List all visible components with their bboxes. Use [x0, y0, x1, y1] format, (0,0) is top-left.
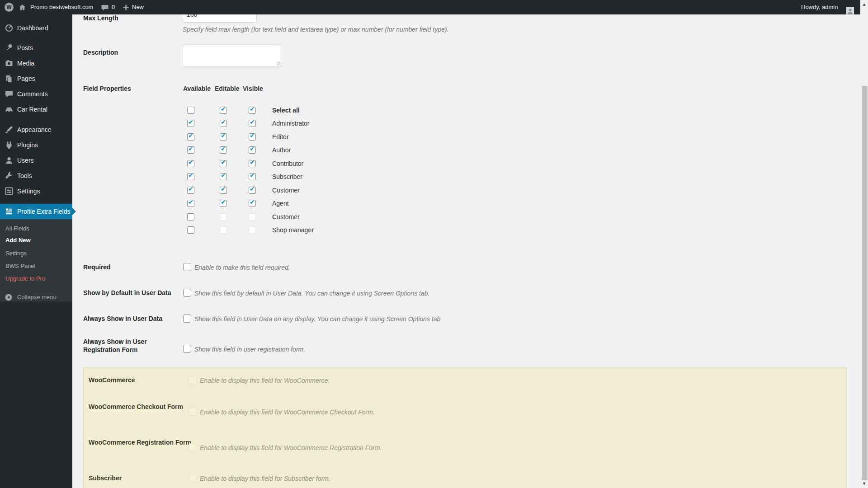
visible-checkbox[interactable]: [249, 173, 256, 180]
new-button[interactable]: New: [132, 0, 144, 14]
sidebar-item-comments[interactable]: Comments: [0, 86, 72, 102]
sidebar-item-pef-settings[interactable]: Settings: [5, 249, 69, 258]
column-header-visible: Visible: [243, 84, 263, 93]
sidebar-item-settings[interactable]: Settings: [0, 183, 72, 199]
plus-icon[interactable]: [123, 0, 129, 14]
row-label: Customer: [272, 186, 300, 195]
row-label: Select all: [272, 106, 300, 115]
visible-checkbox[interactable]: [249, 107, 256, 114]
vertical-scrollbar[interactable]: ▲ ▼: [860, 0, 868, 488]
woocommerce-checkout-checkbox: [189, 408, 197, 416]
visible-checkbox[interactable]: [249, 200, 256, 207]
visible-checkbox: [249, 226, 256, 234]
editable-checkbox[interactable]: [220, 187, 227, 194]
max-length-label: Max Length: [83, 14, 118, 23]
row-label: Subscriber: [272, 172, 302, 181]
editable-checkbox: [220, 226, 227, 234]
woocommerce-registration-checkbox: [189, 443, 197, 451]
sidebar-item-tools[interactable]: Tools: [0, 168, 72, 183]
visible-checkbox[interactable]: [249, 160, 256, 167]
visible-checkbox: [249, 213, 256, 221]
avatar[interactable]: [846, 4, 854, 11]
car-icon: [5, 105, 14, 114]
row-label: Agent: [272, 199, 289, 208]
available-checkbox[interactable]: [187, 213, 194, 221]
settings-icon: [5, 187, 14, 196]
available-checkbox[interactable]: [187, 173, 194, 180]
sidebar-item-upgrade-to-pro[interactable]: Upgrade to Pro: [5, 275, 69, 283]
required-checkbox[interactable]: [183, 263, 191, 271]
woocommerce-checkbox: [189, 376, 197, 384]
editable-checkbox[interactable]: [220, 133, 227, 141]
always-show-registration-checkbox[interactable]: [183, 345, 191, 353]
visible-checkbox[interactable]: [249, 133, 256, 141]
sidebar-item-media[interactable]: Media: [0, 56, 72, 71]
comments-icon: [5, 89, 14, 99]
always-show-user-data-checkbox[interactable]: [183, 314, 191, 323]
row-label: Customer: [272, 212, 300, 221]
visible-checkbox[interactable]: [249, 187, 256, 194]
sidebar-item-dashboard[interactable]: Dashboard: [0, 20, 72, 36]
sidebar-item-appearance[interactable]: Appearance: [0, 122, 72, 137]
available-checkbox[interactable]: [187, 200, 194, 207]
id-card-icon: [5, 207, 14, 216]
scroll-up-icon[interactable]: ▲: [860, 1, 868, 8]
editable-checkbox[interactable]: [220, 160, 227, 167]
show-by-default-checkbox[interactable]: [183, 289, 191, 297]
sidebar-item-add-new[interactable]: Add New: [5, 236, 69, 244]
editable-checkbox[interactable]: [220, 200, 227, 207]
column-header-available: Available: [183, 84, 211, 93]
sidebar-item-posts[interactable]: Posts: [0, 40, 72, 56]
howdy-admin-link[interactable]: Howdy, admin: [801, 0, 838, 14]
home-icon[interactable]: [19, 0, 26, 14]
always-show-user-data-description: Show this field in User Data on any disp…: [194, 315, 442, 323]
media-icon: [5, 59, 14, 68]
collapse-menu-button[interactable]: Collapse menu: [0, 290, 72, 305]
woocommerce-label: WooCommerce: [89, 376, 193, 385]
pro-features-box: [83, 367, 847, 488]
woocommerce-registration-description: Enable to display this field for WooComm…: [200, 444, 382, 452]
scrollbar-thumb[interactable]: [862, 86, 868, 480]
users-icon: [5, 156, 14, 165]
available-checkbox[interactable]: [187, 120, 194, 127]
visible-checkbox[interactable]: [249, 120, 256, 127]
sidebar-item-bws-panel[interactable]: BWS Panel: [5, 262, 69, 270]
field-properties-label: Field Properties: [83, 84, 131, 93]
textarea-resize-handle[interactable]: [277, 62, 281, 66]
wordpress-logo-icon[interactable]: W: [5, 3, 14, 12]
woocommerce-checkout-label: WooCommerce Checkout Form: [89, 403, 193, 411]
editable-checkbox[interactable]: [220, 107, 227, 114]
subscriber-checkbox: [189, 474, 197, 482]
available-checkbox[interactable]: [187, 107, 194, 114]
sidebar-item-profile-extra-fields[interactable]: Profile Extra Fields: [0, 204, 72, 219]
sidebar-item-plugins[interactable]: Plugins: [0, 137, 72, 153]
row-label: Shop manager: [272, 225, 314, 235]
sidebar-item-pages[interactable]: Pages: [0, 71, 72, 86]
visible-checkbox[interactable]: [249, 146, 256, 154]
scroll-down-icon[interactable]: ▼: [860, 481, 868, 487]
editable-checkbox[interactable]: [220, 173, 227, 180]
site-name-link[interactable]: Promo bestwebsoft.com: [30, 0, 93, 14]
pages-icon: [5, 74, 14, 83]
active-menu-arrow: [72, 208, 76, 215]
sidebar-item-users[interactable]: Users: [0, 153, 72, 168]
editable-checkbox[interactable]: [220, 120, 227, 127]
always-show-registration-label: Always Show in User Registration Form: [83, 338, 160, 354]
sidebar-item-car-rental[interactable]: Car Rental: [0, 102, 72, 117]
description-label: Description: [83, 48, 118, 57]
column-header-editable: Editable: [215, 84, 239, 93]
available-checkbox[interactable]: [187, 146, 194, 154]
available-checkbox[interactable]: [187, 160, 194, 167]
editable-checkbox: [220, 213, 227, 221]
max-length-description: Specify field max length (for text field…: [183, 25, 448, 33]
comments-bubble-icon[interactable]: [101, 0, 108, 14]
description-textarea[interactable]: [183, 45, 282, 66]
row-label: Author: [272, 145, 291, 155]
row-label: Administrator: [272, 119, 309, 128]
available-checkbox[interactable]: [187, 187, 194, 194]
available-checkbox[interactable]: [187, 226, 194, 234]
available-checkbox[interactable]: [187, 133, 194, 141]
comments-count[interactable]: 0: [112, 0, 115, 14]
editable-checkbox[interactable]: [220, 146, 227, 154]
sidebar-item-all-fields[interactable]: All Fields: [5, 225, 69, 233]
